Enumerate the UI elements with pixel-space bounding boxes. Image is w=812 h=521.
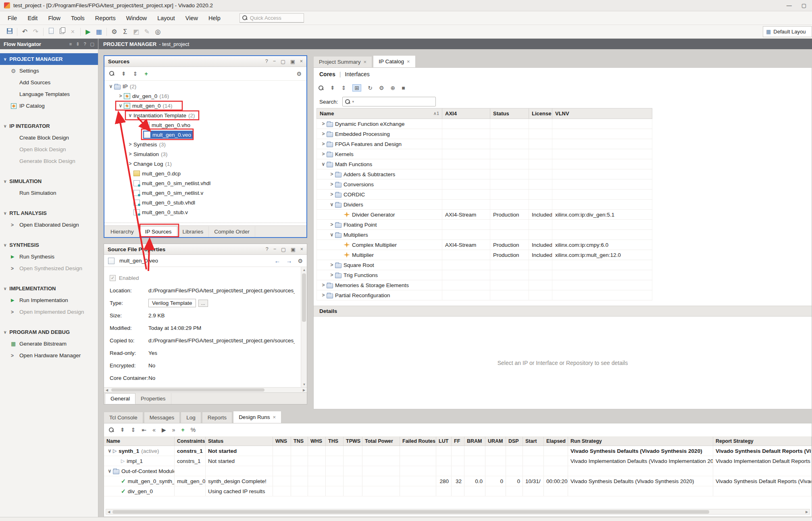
expand-toggle-icon[interactable]: > <box>329 181 335 187</box>
column-header-ths[interactable]: THS <box>326 437 344 446</box>
column-header-name[interactable]: Name <box>104 437 175 446</box>
collapse-all-icon[interactable]: ⇞ <box>330 85 335 91</box>
view-tab-interfaces[interactable]: Interfaces <box>345 71 369 77</box>
flow-nav-item-open-elaborated-design[interactable]: >Open Elaborated Design <box>0 219 98 231</box>
menu-layout[interactable]: Layout <box>152 13 180 23</box>
settings-gear-icon[interactable]: ⚙ <box>296 71 302 77</box>
flow-nav-item-settings[interactable]: ⚙Settings <box>0 65 98 77</box>
menu-file[interactable]: File <box>2 13 22 23</box>
settings-gear-icon[interactable]: ⚙ <box>298 258 303 264</box>
scroll-right-icon[interactable]: ▶ <box>301 388 307 393</box>
close-icon[interactable]: × <box>273 414 276 420</box>
tree-item-mult-gen-0-stub-vhdl[interactable]: mult_gen_0_stub.vhdl <box>104 198 306 207</box>
catalog-row-multipliers[interactable]: ∨Multipliers <box>316 230 652 240</box>
catalog-search-input[interactable] <box>356 99 429 105</box>
view-tab-cores[interactable]: Cores <box>319 71 335 77</box>
expand-toggle-icon[interactable]: ∨ <box>106 468 113 474</box>
search-icon[interactable] <box>109 71 115 76</box>
column-header-uram[interactable]: URAM <box>485 437 506 446</box>
flow-nav-header-simulation[interactable]: ∨SIMULATION <box>0 175 98 187</box>
scrollbar-thumb[interactable] <box>112 510 709 514</box>
column-header-report-strategy[interactable]: Report Strategy <box>713 437 812 446</box>
catalog-row-kernels[interactable]: >Kernels <box>316 149 652 159</box>
run-icon[interactable]: ▶ <box>162 427 166 433</box>
quick-access-search[interactable] <box>239 13 304 23</box>
column-header-whs[interactable]: WHS <box>308 437 326 446</box>
expand-toggle-icon[interactable]: ∨ <box>117 103 124 108</box>
maximize-icon[interactable]: ▢ <box>281 246 286 252</box>
close-icon[interactable]: × <box>300 58 303 65</box>
design-run-row-div-gen-0[interactable]: ✓div_gen_0 Using cached IP results <box>104 486 812 496</box>
flow-nav-item-add-sources[interactable]: Add Sources <box>0 77 98 88</box>
tab-general[interactable]: General <box>105 393 135 404</box>
column-header-start[interactable]: Start <box>523 437 544 446</box>
scrollbar-thumb[interactable] <box>302 273 306 322</box>
type-combo[interactable]: Verilog Template <box>148 299 196 307</box>
flow-nav-header-synthesis[interactable]: ∨SYNTHESIS <box>0 239 98 251</box>
forward-arrow-icon[interactable]: → <box>286 257 292 264</box>
column-header-dsp[interactable]: DSP <box>506 437 523 446</box>
expand-icon[interactable]: > <box>11 353 14 358</box>
menu-tools[interactable]: Tools <box>66 13 90 23</box>
menu-help[interactable]: Help <box>203 13 226 23</box>
expand-toggle-icon[interactable]: > <box>320 151 327 157</box>
flow-nav-header-ip-integrator[interactable]: ∨IP INTEGRATOR <box>0 120 98 132</box>
tree-item-mult-gen-0[interactable]: ∨mult_gen_0(14) <box>104 101 306 110</box>
column-header-failed-routes[interactable]: Failed Routes <box>400 437 436 446</box>
settings-gear-icon[interactable]: ⚙ <box>109 28 120 35</box>
catalog-row-embedded-processing[interactable]: >Embedded Processing <box>316 129 652 139</box>
flow-nav-item-generate-bitstream[interactable]: ▦Generate Bitstream <box>0 338 98 350</box>
hide-icon[interactable]: ▢ <box>90 42 94 47</box>
expand-toggle-icon[interactable]: > <box>320 282 327 288</box>
catalog-row-divider-generator[interactable]: Divider Generator AXI4-Stream Production… <box>316 210 652 220</box>
step-forward-icon[interactable]: » <box>172 427 175 433</box>
help-icon[interactable]: ? <box>265 58 268 65</box>
undo-icon[interactable]: ↶ <box>19 28 30 35</box>
expand-toggle-icon[interactable]: > <box>320 141 327 147</box>
tree-item-synthesis[interactable]: >Synthesis(3) <box>104 140 306 149</box>
expand-toggle-icon[interactable]: ∨ <box>329 232 335 238</box>
expand-icon[interactable]: > <box>11 266 14 271</box>
column-header-lut[interactable]: LUT <box>436 437 452 446</box>
menu-edit[interactable]: Edit <box>22 13 43 23</box>
group-by-category-icon[interactable]: ⊞ <box>352 84 361 92</box>
flow-nav-item-open-synthesized-design[interactable]: >Open Synthesized Design <box>0 263 98 274</box>
flow-nav-item-create-block-design[interactable]: Create Block Design <box>0 132 98 144</box>
tab-log[interactable]: Log <box>181 412 201 423</box>
column-header-status[interactable]: Status <box>490 108 529 119</box>
search-icon[interactable] <box>319 85 324 91</box>
column-header-axi4[interactable]: AXI4 <box>442 108 490 119</box>
catalog-row-floating-point[interactable]: >Floating Point <box>316 220 652 230</box>
flow-nav-header-implementation[interactable]: ∨IMPLEMENTATION <box>0 283 98 294</box>
add-sources-icon[interactable]: + <box>144 71 148 77</box>
refresh-icon[interactable]: ↻ <box>368 85 373 91</box>
more-button[interactable]: ... <box>198 300 208 307</box>
menu-flow[interactable]: Flow <box>43 13 66 23</box>
expand-toggle-icon[interactable]: ∨ <box>127 113 133 118</box>
catalog-row-memories-storage-elements[interactable]: >Memories & Storage Elements <box>316 280 652 290</box>
column-header-ff[interactable]: FF <box>452 437 464 446</box>
layout-grid-icon[interactable]: ▦ <box>94 28 104 35</box>
scroll-right-icon[interactable]: ▶ <box>804 509 810 515</box>
catalog-search-box[interactable]: ▾ <box>342 97 436 106</box>
step-back-icon[interactable]: « <box>152 427 156 433</box>
column-header-bram[interactable]: BRAM <box>464 437 485 446</box>
horizontal-scrollbar[interactable]: ◀ ▶ <box>106 509 810 515</box>
flow-nav-item-generate-block-design[interactable]: Generate Block Design <box>0 155 98 167</box>
column-header-tpws[interactable]: TPWS <box>344 437 362 446</box>
run-icon[interactable]: ▶ <box>83 28 94 35</box>
settings-gear-icon[interactable]: ⚙ <box>379 85 384 91</box>
save-icon[interactable] <box>4 28 15 35</box>
expand-toggle-icon[interactable]: ∨ <box>320 161 327 167</box>
minimize-icon[interactable]: − <box>273 246 276 252</box>
tree-item-mult-gen-0-dcp[interactable]: mult_gen_0.dcp <box>104 169 306 178</box>
expand-toggle-icon[interactable]: > <box>117 93 124 99</box>
dock-icon[interactable]: ≡ <box>69 42 72 47</box>
catalog-row-trig-functions[interactable]: >Trig Functions <box>316 270 652 280</box>
tree-item-change-log[interactable]: >Change Log(1) <box>104 159 306 169</box>
horizontal-scrollbar[interactable]: ◀ ▶ <box>104 387 307 392</box>
column-header-run-strategy[interactable]: Run Strategy <box>568 437 713 446</box>
tree-item-ip[interactable]: ∨IP(2) <box>104 81 306 91</box>
scrollbar-thumb[interactable] <box>111 388 264 392</box>
scroll-up-icon[interactable]: ▲ <box>301 267 307 273</box>
